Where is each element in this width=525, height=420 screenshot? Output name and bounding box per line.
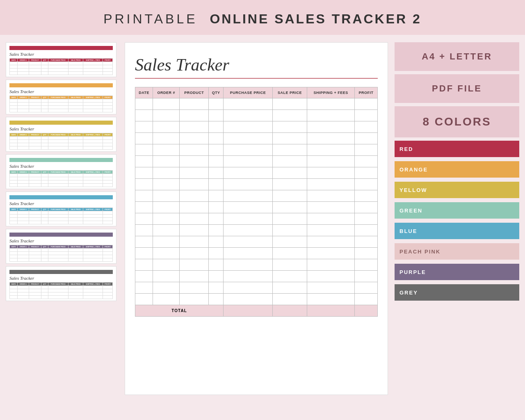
thumb-green: Sales TrackerDATEORDER #PRODUCTQTYPURCHA… xyxy=(6,154,116,189)
colors-label: 8 COLORS xyxy=(422,115,491,128)
color-bar-red: RED xyxy=(395,141,519,157)
table-row xyxy=(135,282,378,294)
table-body: TOTAL xyxy=(135,98,378,317)
thumb-header-blue xyxy=(9,195,113,199)
main-content: Sales TrackerDATEORDER #PRODUCTQTYPURCHA… xyxy=(0,35,525,402)
thumb-header-purple xyxy=(9,233,113,237)
thumb-title-grey: Sales Tracker xyxy=(9,276,113,281)
thumb-title-green: Sales Tracker xyxy=(9,164,113,169)
color-bar-grey: GREY xyxy=(395,284,519,301)
table-row xyxy=(135,294,378,305)
color-bar-blue: BLUE xyxy=(395,223,519,239)
page-header: PRINTABLE ONLINE SALES TRACKER 2 xyxy=(0,0,525,35)
right-column: A4 + LETTER PDF FILE 8 COLORS REDORANGEY… xyxy=(392,42,519,395)
thumb-blue: Sales TrackerDATEORDER #PRODUCTQTYPURCHA… xyxy=(6,192,116,226)
color-bar-yellow: YELLOW xyxy=(395,182,519,198)
colors-card: 8 COLORS xyxy=(395,106,519,137)
thumb-header-green xyxy=(9,158,113,162)
table-row xyxy=(135,248,378,259)
col-header-shipping-+-fees: SHIPPING + FEES xyxy=(307,87,355,98)
page-title: PRINTABLE ONLINE SALES TRACKER 2 xyxy=(8,11,517,27)
thumb-table-purple: DATEORDER #PRODUCTQTYPURCHASE PRICESALE … xyxy=(9,245,113,262)
color-bar-peach: PEACH PINK xyxy=(395,243,519,260)
tracker-table: DATEORDER #PRODUCTQTYPURCHASE PRICESALE … xyxy=(135,87,378,317)
col-header-order-#: ORDER # xyxy=(153,87,180,98)
thumb-title-purple: Sales Tracker xyxy=(9,238,113,243)
col-header-sale-price: SALE PRICE xyxy=(272,87,307,98)
color-bar-orange: ORANGE xyxy=(395,161,519,178)
thumb-header-orange xyxy=(9,83,113,87)
thumb-purple: Sales TrackerDATEORDER #PRODUCTQTYPURCHA… xyxy=(6,229,116,264)
table-row xyxy=(135,133,378,144)
table-row xyxy=(135,110,378,121)
thumb-title-yellow: Sales Tracker xyxy=(9,126,113,131)
thumb-orange: Sales TrackerDATEORDER #PRODUCTQTYPURCHA… xyxy=(6,80,116,114)
table-row xyxy=(135,190,378,202)
thumb-table-yellow: DATEORDER #PRODUCTQTYPURCHASE PRICESALE … xyxy=(9,133,113,150)
tracker-divider xyxy=(135,78,378,79)
thumb-red: Sales TrackerDATEORDER #PRODUCTQTYPURCHA… xyxy=(6,42,116,77)
thumb-title-blue: Sales Tracker xyxy=(9,201,113,206)
col-header-profit: PROFIT xyxy=(355,87,378,98)
thumb-table-red: DATEORDER #PRODUCTQTYPURCHASE PRICESALE … xyxy=(9,58,113,75)
thumb-header-red xyxy=(9,46,113,50)
col-header-product: PRODUCT xyxy=(180,87,209,98)
table-row xyxy=(135,213,378,225)
table-row xyxy=(135,144,378,156)
thumbnails-column: Sales TrackerDATEORDER #PRODUCTQTYPURCHA… xyxy=(6,42,121,395)
table-row xyxy=(135,98,378,110)
thumb-table-grey: DATEORDER #PRODUCTQTYPURCHASE PRICESALE … xyxy=(9,282,113,299)
thumb-yellow: Sales TrackerDATEORDER #PRODUCTQTYPURCHA… xyxy=(6,117,116,152)
thumb-header-grey xyxy=(9,270,113,274)
total-row: TOTAL xyxy=(135,305,378,317)
thumb-header-yellow xyxy=(9,121,113,125)
col-header-date: DATE xyxy=(135,87,153,98)
file-label: PDF FILE xyxy=(432,83,482,94)
table-row xyxy=(135,121,378,133)
file-card: PDF FILE xyxy=(395,74,519,103)
table-row xyxy=(135,179,378,190)
thumb-table-orange: DATEORDER #PRODUCTQTYPURCHASE PRICESALE … xyxy=(9,96,113,112)
table-row xyxy=(135,156,378,167)
title-bold: ONLINE SALES TRACKER 2 xyxy=(210,11,421,26)
thumb-grey: Sales TrackerDATEORDER #PRODUCTQTYPURCHA… xyxy=(6,266,116,301)
col-header-purchase-price: PURCHASE PRICE xyxy=(224,87,273,98)
thumb-table-blue: DATEORDER #PRODUCTQTYPURCHASE PRICESALE … xyxy=(9,208,113,224)
thumb-table-green: DATEORDER #PRODUCTQTYPURCHASE PRICESALE … xyxy=(9,170,113,187)
size-card: A4 + LETTER xyxy=(395,42,519,71)
size-label: A4 + LETTER xyxy=(422,51,492,62)
thumb-title-orange: Sales Tracker xyxy=(9,89,113,94)
table-row xyxy=(135,259,378,271)
table-row xyxy=(135,271,378,282)
table-row xyxy=(135,167,378,179)
color-bar-purple: PURPLE xyxy=(395,264,519,280)
thumb-title-red: Sales Tracker xyxy=(9,52,113,57)
total-label: TOTAL xyxy=(135,305,224,317)
col-header-qty: QTY xyxy=(209,87,224,98)
table-row xyxy=(135,225,378,236)
table-row xyxy=(135,202,378,213)
title-light: PRINTABLE xyxy=(103,11,197,26)
table-header-row: DATEORDER #PRODUCTQTYPURCHASE PRICESALE … xyxy=(135,87,378,98)
tracker-title: Sales Tracker xyxy=(135,55,378,75)
table-row xyxy=(135,236,378,248)
main-tracker: Sales Tracker DATEORDER #PRODUCTQTYPURCH… xyxy=(125,42,388,395)
color-bar-green: GREEN xyxy=(395,202,519,219)
